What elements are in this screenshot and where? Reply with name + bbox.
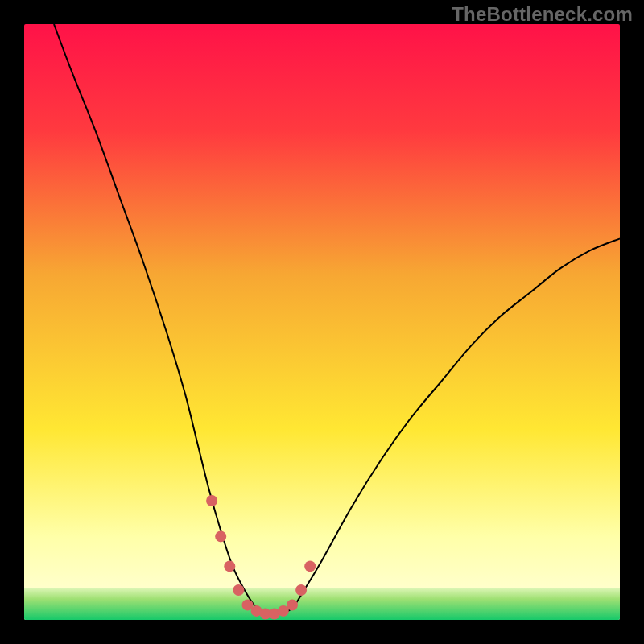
optimal-zone-markers	[206, 495, 316, 620]
marker-dot	[287, 600, 298, 611]
marker-dot	[295, 584, 307, 596]
watermark-text: TheBottleneck.com	[452, 3, 633, 26]
plot-area	[24, 24, 620, 620]
marker-dot	[304, 560, 316, 572]
curve-overlay	[24, 24, 620, 620]
marker-dot	[215, 530, 226, 542]
marker-dot	[224, 560, 235, 572]
marker-dot	[206, 495, 217, 506]
marker-dot	[233, 584, 244, 596]
bottleneck-curve	[54, 24, 620, 615]
chart-frame: TheBottleneck.com	[0, 0, 644, 644]
